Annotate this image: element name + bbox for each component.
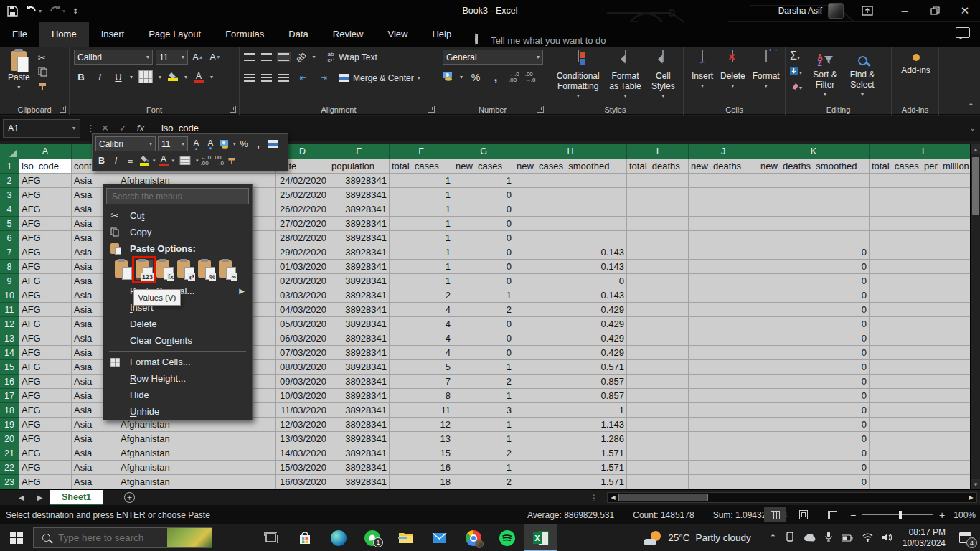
cell-F10[interactable]: 2 [390,288,453,303]
scrollbar-grip[interactable]: ⋮ [590,493,598,503]
menu-search-input[interactable] [107,192,248,202]
grow-font-button[interactable]: A▲ [191,50,205,65]
cell-B22[interactable]: Asia [72,461,118,475]
align-right-button[interactable] [278,74,289,82]
cell-I7[interactable] [627,245,689,260]
microphone-icon[interactable] [825,532,832,545]
row-header-6[interactable]: 6 [0,231,19,245]
column-header-G[interactable]: G [453,144,514,159]
cell-I19[interactable] [627,418,689,432]
cell-D23[interactable]: 16/03/2020 [276,475,329,489]
row-header-2[interactable]: 2 [0,174,19,188]
cell-K8[interactable]: 0 [758,260,870,274]
mini-fill-color-button[interactable] [138,154,151,168]
cell-F12[interactable]: 4 [390,317,453,331]
row-header-10[interactable]: 10 [0,288,19,303]
cell-H2[interactable] [514,174,627,188]
cell-G12[interactable]: 0 [453,317,514,331]
cell-K23[interactable]: 0 [758,475,870,489]
cell-L18[interactable]: 0 [870,403,980,418]
top-align-button[interactable] [244,53,255,61]
cancel-icon[interactable]: ✕ [101,123,109,133]
column-header-H[interactable]: H [514,144,627,159]
cell-E18[interactable]: 38928341 [329,403,390,418]
cell-D6[interactable]: 28/02/2020 [276,231,329,245]
cell-H13[interactable]: 0.429 [514,331,627,346]
row-header-9[interactable]: 9 [0,274,19,288]
addins-button[interactable]: Add-ins [896,50,936,77]
cell-L20[interactable]: 0 [870,432,980,446]
cell-F17[interactable]: 8 [390,389,453,403]
cell-H8[interactable]: 0.143 [514,260,627,274]
menu-item-format-cells[interactable]: Format Cells... [103,354,252,370]
cell-D11[interactable]: 04/03/2020 [276,303,329,317]
minimize-button[interactable]: ─ [890,0,920,22]
cell-A12[interactable]: AFG [19,317,72,331]
row-header-7[interactable]: 7 [0,245,19,260]
format-cells-button[interactable]: ⟷ Format▾ [749,50,783,93]
row-header-15[interactable]: 15 [0,360,19,375]
cell-L15[interactable]: 0 [870,360,980,375]
menu-item-unhide[interactable]: Unhide [103,403,252,420]
row-header-22[interactable]: 22 [0,461,19,475]
italic-button[interactable]: I [93,70,107,85]
column-header-F[interactable]: F [390,144,453,159]
cell-A9[interactable]: AFG [19,274,72,288]
cell-E4[interactable]: 38928341 [329,202,390,217]
undo-button[interactable]: ▾ [25,6,42,17]
cell-G2[interactable]: 1 [453,174,514,188]
cell-I8[interactable] [627,260,689,274]
cell-E22[interactable]: 38928341 [329,461,390,475]
horizontal-scrollbar[interactable]: ◀ ▶ [607,492,977,503]
cell-H10[interactable]: 0.143 [514,288,627,303]
align-left-button[interactable] [244,74,255,82]
orientation-button[interactable]: ab [293,50,308,65]
font-name-select[interactable]: Calibri▾ [74,50,153,65]
row-header-19[interactable]: 19 [0,418,19,432]
onedrive-icon[interactable] [804,532,816,545]
cell-D2[interactable]: 24/02/2020 [276,174,329,188]
mini-font-color-button[interactable]: A [158,154,170,168]
cell-E1[interactable]: population [329,159,390,174]
tab-data[interactable]: Data [276,22,320,47]
cell-K18[interactable]: 0 [758,403,870,418]
font-dialog-launcher[interactable] [230,106,236,113]
cell-H5[interactable] [514,217,627,231]
cell-A16[interactable]: AFG [19,375,72,389]
column-header-J[interactable]: J [689,144,758,159]
cell-F9[interactable]: 1 [390,274,453,288]
mini-percent-button[interactable]: % [238,137,250,151]
task-view-taskbar-button[interactable] [254,524,288,551]
paste-values-icon[interactable]: 123 [136,260,153,280]
row-header-20[interactable]: 20 [0,432,19,446]
search-highlight-image[interactable] [167,528,212,547]
menu-item-cut[interactable]: ✂Cut [103,207,252,224]
paste-link-icon[interactable]: ∞ [219,260,236,280]
find-select-button[interactable]: Find & Select▾ [844,50,881,101]
cell-G11[interactable]: 2 [453,303,514,317]
cell-F5[interactable]: 1 [390,217,453,231]
cell-I3[interactable] [627,188,689,202]
cell-B20[interactable]: Asia [72,432,118,446]
cell-H15[interactable]: 0.571 [514,360,627,375]
cell-I18[interactable] [627,403,689,418]
cell-I22[interactable] [627,461,689,475]
zoom-in-button[interactable]: + [939,509,945,521]
cell-G21[interactable]: 2 [453,446,514,461]
cell-A4[interactable]: AFG [19,202,72,217]
clipboard-dialog-launcher[interactable] [60,106,66,113]
tab-page-layout[interactable]: Page Layout [136,22,213,47]
cell-H20[interactable]: 1.286 [514,432,627,446]
row-header-3[interactable]: 3 [0,188,19,202]
page-break-view-button[interactable] [821,507,843,522]
cell-A17[interactable]: AFG [19,389,72,403]
row-header-1[interactable]: 1 [0,159,19,174]
column-header-K[interactable]: K [758,144,870,159]
cell-C20[interactable]: Afghanistan [118,432,276,446]
cell-K7[interactable]: 0 [758,245,870,260]
cell-J18[interactable] [689,403,758,418]
tab-file[interactable]: File [0,22,39,47]
cell-K17[interactable]: 0 [758,389,870,403]
wifi-icon[interactable] [862,532,873,545]
cell-H11[interactable]: 0.429 [514,303,627,317]
